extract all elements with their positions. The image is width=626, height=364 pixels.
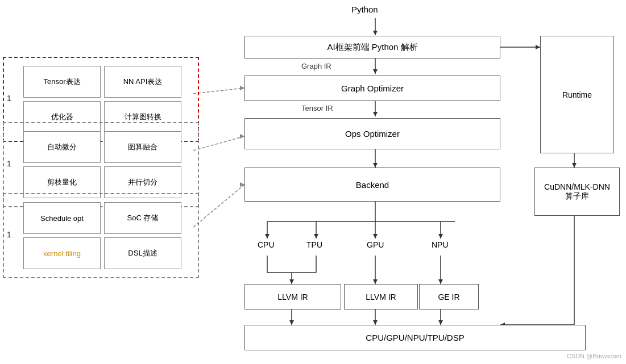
panel-3-cell-1: SoC 存储: [104, 202, 181, 234]
svg-marker-3: [373, 69, 378, 74]
svg-marker-36: [572, 163, 577, 168]
svg-marker-28: [289, 320, 294, 325]
svg-marker-11: [265, 234, 270, 239]
ops-optimizer-box: Ops Optimizer: [244, 118, 500, 149]
panel-2-cell-0: 自动微分: [23, 131, 101, 163]
svg-marker-5: [373, 112, 378, 116]
llvm-ir-2-box: LLVM IR: [344, 284, 418, 309]
svg-marker-24: [373, 279, 378, 284]
python-label: Python: [351, 5, 378, 14]
ai-frontend-box: AI框架前端 Python 解析: [244, 36, 500, 58]
bottom-bar-box: CPU/GPU/NPU/TPU/DSP: [244, 325, 586, 350]
gpu-label: GPU: [367, 240, 384, 249]
panel-3-grid: Schedule opt SoC 存储 kernel tiling DSL描述: [20, 199, 185, 273]
panel-1-cell-1: NN API表达: [104, 66, 181, 98]
backend-box: Backend: [244, 168, 500, 202]
svg-marker-1: [373, 31, 378, 35]
runtime-box: Runtime: [540, 36, 614, 153]
npu-label: NPU: [432, 240, 449, 249]
panel-1-cell-0: Tensor表达: [23, 66, 101, 98]
svg-line-42: [193, 136, 244, 150]
svg-marker-43: [240, 134, 244, 139]
svg-marker-7: [373, 163, 378, 168]
svg-marker-15: [373, 234, 378, 239]
svg-marker-41: [240, 86, 244, 90]
svg-marker-34: [536, 45, 540, 49]
cpu-label: CPU: [258, 240, 275, 249]
watermark: CSDN @Briwisdom: [567, 353, 621, 359]
panel-2-cell-1: 图算融合: [104, 131, 181, 163]
svg-marker-13: [314, 234, 318, 239]
svg-line-40: [193, 88, 244, 94]
svg-marker-22: [289, 279, 294, 284]
tpu-label: TPU: [306, 240, 322, 249]
llvm-ir-1-box: LLVM IR: [244, 284, 341, 309]
panel-3-cell-3: DSL描述: [104, 237, 181, 269]
panel-3-cell-2: kernel tiling: [23, 237, 101, 269]
svg-marker-45: [240, 182, 244, 187]
svg-line-44: [193, 185, 244, 227]
ge-ir-box: GE IR: [419, 284, 479, 309]
panel-3-cell-0: Schedule opt: [23, 202, 101, 234]
svg-marker-26: [438, 279, 443, 284]
panel-2-grid: 自动微分 图算融合 剪枝量化 并行切分: [20, 128, 185, 202]
tensor-ir-label: Tensor IR: [301, 104, 333, 112]
diagram: Python AI框架前端 Python 解析 Graph IR Graph O…: [0, 0, 626, 364]
panel-2-number: 1: [7, 159, 11, 168]
panel-3-number: 1: [7, 230, 11, 239]
svg-marker-17: [438, 234, 443, 239]
graph-ir-label: Graph IR: [301, 62, 331, 70]
graph-optimizer-box: Graph Optimizer: [244, 76, 500, 101]
cudnn-box: CuDNN/MLK-DNN 算子库: [534, 168, 620, 216]
panel-1-number: 1: [7, 94, 11, 103]
svg-marker-32: [438, 320, 443, 325]
svg-marker-30: [373, 320, 378, 325]
